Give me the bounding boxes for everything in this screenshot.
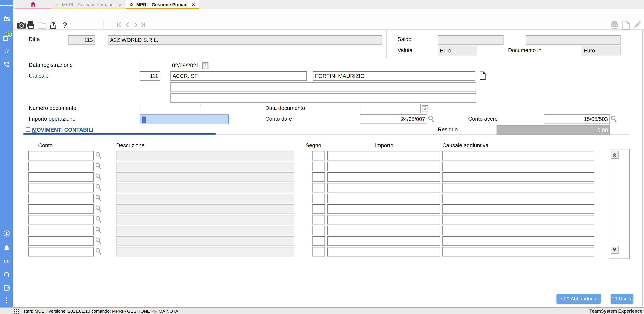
tab-label[interactable]: MPRI - Gestione Primanota	[136, 2, 188, 7]
conto-cell-field[interactable]	[28, 194, 94, 203]
data-registrazione-calendar-button[interactable]: 3	[202, 61, 209, 71]
conto-search-button[interactable]	[95, 184, 102, 193]
importo-cell-field[interactable]	[327, 215, 440, 224]
conto-avere-search-button[interactable]	[610, 115, 617, 125]
importo-cell-field[interactable]	[327, 247, 440, 256]
conto-search-button[interactable]	[95, 248, 102, 257]
conto-search-button[interactable]	[95, 173, 102, 182]
causale-aggiuntiva-cell-field[interactable]	[442, 236, 594, 246]
conto-cell-field[interactable]	[28, 151, 94, 160]
sidebar-item-favorites[interactable]: ☆	[0, 47, 13, 54]
nav-first-button[interactable]	[115, 21, 122, 28]
segno-cell-field[interactable]	[312, 194, 325, 203]
tab-movimenti-contabili[interactable]: MOVIMENTI CONTABILI	[32, 127, 93, 133]
importo-operazione-field[interactable]: 0	[140, 114, 229, 124]
segno-cell-field[interactable]	[312, 236, 325, 246]
conto-search-button[interactable]	[95, 163, 102, 172]
importo-cell-field[interactable]	[327, 151, 440, 160]
edit-button[interactable]	[632, 20, 642, 30]
star-icon[interactable]: ☆	[55, 2, 59, 7]
nav-next-button[interactable]	[132, 21, 139, 28]
segno-cell-field[interactable]	[312, 162, 325, 171]
conto-cell-field[interactable]	[28, 215, 94, 224]
conto-search-button[interactable]	[95, 205, 102, 215]
conto-dare-field[interactable]: 24/05/007	[360, 114, 427, 124]
causale-name-field[interactable]: FORTINI MAURIZIO	[313, 71, 475, 81]
nav-last-button[interactable]	[139, 21, 146, 28]
importo-cell-field[interactable]	[327, 194, 440, 203]
sidebar-item-ec[interactable]: ec	[0, 257, 13, 264]
causale-aggiuntiva-cell-field[interactable]	[442, 226, 594, 235]
conto-cell-field[interactable]	[28, 162, 94, 171]
causale-aggiuntiva-cell-field[interactable]	[442, 162, 594, 171]
conto-cell-field[interactable]	[28, 236, 94, 246]
conto-avere-field[interactable]: 15/05/503	[544, 114, 610, 124]
scroll-down-button[interactable]	[611, 246, 619, 254]
causale-aggiuntiva-cell-field[interactable]	[442, 204, 594, 214]
segno-cell-field[interactable]	[312, 183, 325, 192]
sidebar-item-logout[interactable]	[0, 284, 13, 291]
conto-cell-field[interactable]	[28, 247, 94, 256]
numero-documento-field[interactable]	[140, 104, 200, 113]
causale-extra-field-2[interactable]	[170, 93, 476, 103]
data-documento-calendar-button[interactable]: 3	[422, 105, 428, 114]
movimenti-checkbox[interactable]	[26, 127, 30, 132]
sidebar-item-phone[interactable]	[0, 61, 13, 68]
causale-aggiuntiva-cell-field[interactable]	[442, 215, 594, 224]
segno-cell-field[interactable]	[312, 204, 325, 214]
tab-label[interactable]: MPRI - Gestione Primanota	[62, 2, 114, 7]
conto-cell-field[interactable]	[28, 226, 94, 235]
export-button[interactable]	[48, 20, 58, 30]
segno-cell-field[interactable]	[312, 226, 325, 235]
sidebar-item-more[interactable]	[0, 297, 13, 304]
open-button[interactable]	[37, 20, 47, 30]
sidebar-item-documents[interactable]: 2	[0, 34, 13, 42]
star-icon[interactable]: ☆	[129, 2, 133, 7]
sidebar-item-support[interactable]	[0, 271, 13, 278]
new-document-button[interactable]	[621, 20, 631, 30]
menu-hamburger-icon[interactable]	[0, 4, 13, 7]
causale-notes-button[interactable]	[479, 71, 486, 82]
segno-cell-field[interactable]	[312, 247, 325, 256]
print-button[interactable]	[26, 20, 36, 30]
causale-aggiuntiva-cell-field[interactable]	[442, 183, 594, 192]
importo-cell-field[interactable]	[327, 204, 440, 214]
data-registrazione-field[interactable]: 02/09/2021	[140, 61, 201, 70]
uscita-button[interactable]: F9 Uscita	[611, 294, 634, 304]
pdf-print-button[interactable]: PDF	[610, 20, 619, 30]
causale-extra-field-1[interactable]	[170, 82, 476, 92]
conto-cell-field[interactable]	[28, 183, 94, 192]
causale-desc-field[interactable]: ACCR. SF	[170, 71, 307, 81]
conto-dare-search-button[interactable]	[428, 115, 434, 125]
conto-cell-field[interactable]	[28, 204, 94, 214]
causale-aggiuntiva-cell-field[interactable]	[442, 247, 594, 256]
conto-search-button[interactable]	[95, 237, 102, 247]
segno-cell-field[interactable]	[312, 172, 325, 182]
data-documento-field[interactable]	[360, 104, 420, 113]
segno-cell-field[interactable]	[312, 215, 325, 224]
conto-search-button[interactable]	[95, 227, 102, 236]
importo-cell-field[interactable]	[327, 172, 440, 182]
abbandona-button[interactable]: sF9 Abbandona	[556, 294, 601, 304]
importo-cell-field[interactable]	[327, 236, 440, 246]
causale-aggiuntiva-cell-field[interactable]	[442, 194, 594, 203]
importo-cell-field[interactable]	[327, 162, 440, 171]
conto-search-button[interactable]	[95, 195, 102, 204]
grid-scrollbar[interactable]	[608, 149, 630, 259]
importo-cell-field[interactable]	[327, 226, 440, 235]
nav-prev-button[interactable]	[124, 21, 131, 28]
causale-aggiuntiva-cell-field[interactable]	[442, 172, 594, 182]
help-button[interactable]: ?	[60, 20, 70, 30]
causale-code-field[interactable]: 111	[140, 71, 160, 81]
segno-cell-field[interactable]	[312, 151, 325, 160]
close-icon[interactable]: ✕	[118, 2, 122, 7]
causale-aggiuntiva-cell-field[interactable]	[442, 151, 594, 160]
conto-search-button[interactable]	[95, 216, 102, 225]
scroll-up-button[interactable]	[611, 151, 619, 159]
close-icon[interactable]: ✕	[192, 2, 195, 7]
screenshot-button[interactable]	[16, 20, 26, 30]
importo-cell-field[interactable]	[327, 183, 440, 192]
conto-search-button[interactable]	[95, 152, 102, 161]
conto-cell-field[interactable]	[28, 172, 94, 182]
start-menu-button[interactable]	[14, 309, 19, 314]
